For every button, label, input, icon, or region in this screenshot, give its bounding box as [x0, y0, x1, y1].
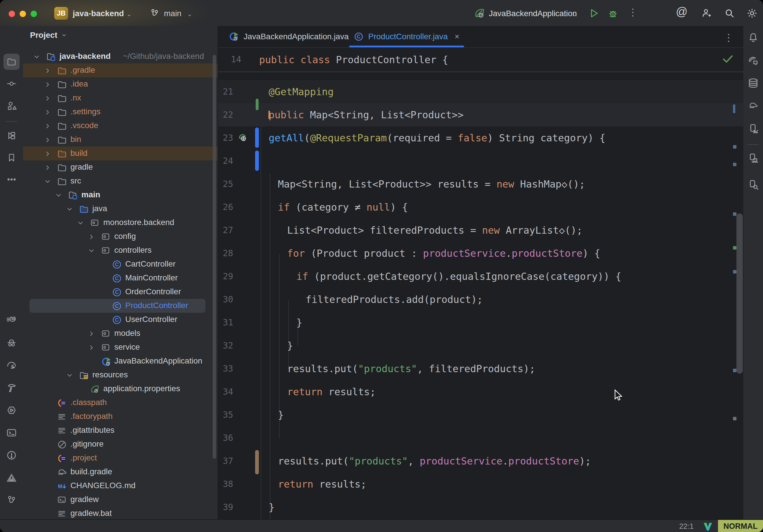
copilot-cat-icon[interactable] — [3, 312, 20, 328]
chevron-collapsed-icon[interactable] — [44, 81, 52, 88]
zoom-window-button[interactable] — [31, 11, 37, 17]
error-stripe-mark[interactable] — [733, 417, 736, 420]
tree-item-service[interactable]: service — [23, 341, 218, 354]
tree-item--gitattributes[interactable]: .gitattributes — [23, 424, 218, 437]
tree-item--vscode[interactable]: .vscode — [23, 119, 218, 133]
code-line-26[interactable]: if (category ≠ null) { — [278, 196, 408, 219]
incognito-icon[interactable] — [3, 335, 20, 351]
tab-options-kebab-icon[interactable]: ⋮ — [724, 32, 733, 43]
editor-scrollbar[interactable] — [736, 213, 743, 373]
tree-item-main[interactable]: main — [23, 188, 218, 202]
tree-item--settings[interactable]: .settings — [23, 105, 218, 119]
vim-mode-badge[interactable]: NORMAL — [718, 520, 763, 532]
code-line-37[interactable]: results.put("products", productService.p… — [278, 450, 591, 473]
tree-item-cartcontroller[interactable]: CCartController — [23, 257, 218, 271]
chevron-expanded-icon[interactable] — [88, 247, 95, 255]
tree-item-ordercontroller[interactable]: COrderController — [23, 285, 218, 299]
tree-item-build[interactable]: build — [23, 147, 218, 160]
more-tools-icon[interactable] — [3, 171, 20, 187]
code-line-27[interactable]: List<Product> filteredProducts = new Arr… — [287, 219, 583, 242]
code-line-25[interactable]: Map<String, List<Product>> results = new… — [278, 172, 585, 196]
bookmarks-icon[interactable] — [3, 150, 20, 165]
tree-item-gradlew[interactable]: gradlew — [23, 493, 218, 507]
code-line-31[interactable]: } — [296, 311, 302, 334]
tree-item-javabackendapplication[interactable]: JavaBackendApplication — [23, 354, 218, 368]
chevron-collapsed-icon[interactable] — [44, 150, 52, 158]
tree-item-changelog-md[interactable]: MCHANGELOG.md — [23, 479, 218, 493]
chevron-collapsed-icon[interactable] — [88, 233, 95, 241]
tab-javabackendapplication[interactable]: JavaBackendApplication.java — [229, 26, 349, 47]
profiler-icon[interactable] — [3, 357, 20, 373]
tree-item-bin[interactable]: bin — [23, 133, 218, 147]
run-button[interactable] — [588, 8, 600, 19]
branch-widget[interactable]: main — [164, 9, 181, 18]
tree-item-controllers[interactable]: controllers — [23, 244, 218, 257]
caret-position-widget[interactable]: 22:1 — [679, 522, 694, 531]
rest-endpoint-gutter-icon[interactable] — [237, 133, 248, 143]
build-icon[interactable] — [3, 380, 20, 396]
tree-item-models[interactable]: models — [23, 327, 218, 341]
code-line-32[interactable]: } — [287, 334, 293, 357]
search-icon[interactable] — [724, 8, 735, 19]
code-line-29[interactable]: if (product.getCategory().equalsIgnoreCa… — [296, 265, 621, 288]
code-line-22[interactable]: public Map<String, List<Product>> — [269, 103, 464, 126]
project-panel-header[interactable]: Project — [30, 31, 67, 40]
layout-inspector-icon[interactable] — [745, 176, 761, 193]
code-line-34[interactable]: return results; — [287, 380, 376, 403]
chevron-collapsed-icon[interactable] — [44, 95, 52, 102]
ai-assistant-icon[interactable] — [745, 53, 761, 69]
chevron-collapsed-icon[interactable] — [44, 122, 52, 130]
device-manager-icon[interactable] — [745, 121, 761, 137]
problems-icon[interactable] — [3, 447, 20, 463]
ideavim-icon[interactable] — [703, 521, 713, 532]
tree-item--project[interactable]: .project — [23, 451, 218, 465]
chevron-collapsed-icon[interactable] — [44, 136, 52, 144]
tree-item-src[interactable]: src — [23, 174, 218, 188]
code-line-21[interactable]: @GetMapping — [269, 80, 334, 103]
chevron-collapsed-icon[interactable] — [88, 344, 95, 351]
chevron-collapsed-icon[interactable] — [44, 164, 52, 171]
tree-item-gradle[interactable]: gradle — [23, 160, 218, 174]
minimize-window-button[interactable] — [20, 11, 26, 17]
code-line-30[interactable]: filteredProducts.add(product); — [306, 288, 483, 311]
code-line-39[interactable]: } — [269, 496, 274, 519]
add-user-icon[interactable] — [701, 8, 712, 19]
tree-item--classpath[interactable]: .classpath — [23, 396, 218, 410]
tree-item-resources[interactable]: resources — [23, 368, 218, 382]
warning-icon[interactable] — [3, 470, 20, 486]
close-tab-icon[interactable]: × — [455, 32, 459, 41]
tree-item--gitignore[interactable]: .gitignore — [23, 437, 218, 451]
project-switcher[interactable]: java-backend — [73, 9, 124, 18]
code-line-28[interactable]: for (Product product : productService.pr… — [287, 242, 600, 265]
tree-item--nx[interactable]: .nx — [23, 91, 218, 105]
tree-item-maincontroller[interactable]: CMainController — [23, 271, 218, 285]
tree-item-application-properties[interactable]: application.properties — [23, 382, 218, 396]
error-stripe-mark[interactable] — [733, 163, 736, 166]
commit-icon[interactable] — [3, 75, 20, 92]
settings-gear-icon[interactable] — [746, 8, 758, 19]
tree-item-usercontroller[interactable]: CUserController — [23, 313, 218, 327]
close-window-button[interactable] — [9, 11, 15, 17]
error-stripe-mark[interactable] — [733, 212, 736, 216]
notifications-bell-icon[interactable] — [745, 30, 761, 46]
code-viewport[interactable]: 21@GetMapping22public Map<String, List<P… — [218, 72, 744, 519]
tree-item-java-backend[interactable]: java-backend~/Github/java-backend — [23, 50, 218, 63]
tree-item-config[interactable]: config — [23, 230, 218, 244]
debug-button[interactable] — [607, 8, 619, 19]
running-devices-icon[interactable] — [745, 150, 761, 166]
code-line-38[interactable]: return results; — [278, 473, 367, 496]
error-stripe-mark[interactable] — [733, 369, 736, 372]
error-stripe-mark[interactable] — [733, 104, 735, 113]
tab-productcontroller[interactable]: C ProductController.java × — [354, 26, 459, 47]
ai-at-icon[interactable]: @ — [676, 5, 688, 18]
chevron-collapsed-icon[interactable] — [44, 67, 52, 74]
tree-scrollbar[interactable] — [213, 55, 216, 459]
error-stripe-mark[interactable] — [733, 246, 736, 250]
code-line-23[interactable]: getAll(@RequestParam(required = false) S… — [269, 126, 605, 150]
inspections-ok-check-icon[interactable] — [721, 53, 734, 65]
services-icon[interactable] — [3, 402, 20, 418]
tree-item--gradle[interactable]: .gradle — [23, 63, 218, 77]
run-configuration-selector[interactable]: JavaBackendApplication — [489, 9, 577, 18]
error-stripe-mark[interactable] — [733, 270, 736, 273]
database-icon[interactable] — [745, 75, 761, 91]
